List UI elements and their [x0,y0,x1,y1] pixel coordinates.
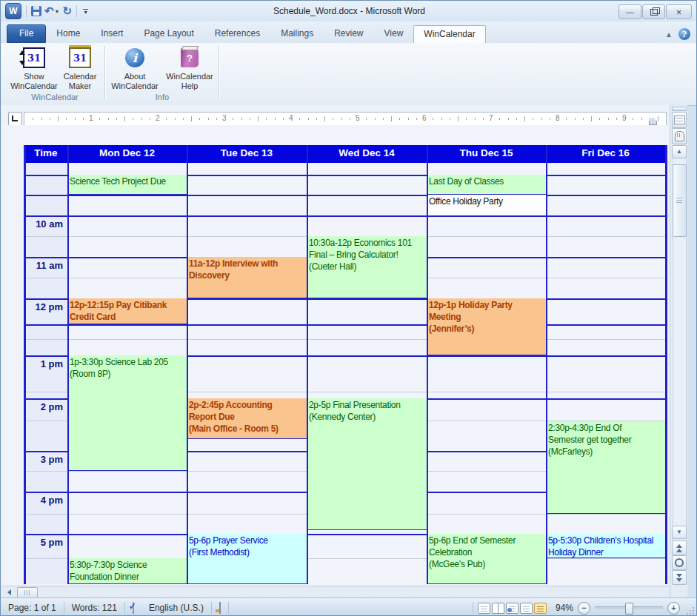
ruler-tick [550,118,550,120]
calendar-maker-button[interactable]: 31 Calendar Maker [59,46,101,91]
ruler-tick [524,116,525,121]
outline-view-button[interactable] [520,603,533,614]
time-label: 11 am [24,260,63,271]
calendar-event[interactable]: 5p-6p End of Semester Celebration (McGee… [427,534,546,584]
calendar-event[interactable]: 2:30p-4:30p End Of Semester get together… [546,421,665,514]
ruler-tick [191,116,192,121]
group-separator [219,46,219,99]
proofing-status[interactable] [125,603,141,613]
tab-page-layout[interactable]: Page Layout [133,24,204,43]
word-count[interactable]: Words: 121 [64,603,124,613]
proofing-check-icon [133,602,134,614]
help-icon[interactable]: ? [678,28,690,40]
draft-view-button[interactable] [534,603,547,614]
calendar-event[interactable]: 12p-12:15p Pay Citibank Credit Card [67,298,187,324]
ruler-number: 8 [556,114,560,122]
calendar-event[interactable]: 5p-5:30p Children’s Hospital Holiday Din… [546,534,665,558]
resize-grip[interactable] [684,605,695,615]
zoom-slider[interactable] [595,606,663,609]
ruler-number: 9 [622,114,627,122]
zoom-slider-thumb[interactable] [625,603,633,615]
ruler-tick [433,118,433,120]
calendar-event[interactable]: 2p-5p Final Presentation (Kennedy Center… [307,398,427,530]
ruler-tick [108,118,109,120]
ruler-tick [283,118,284,120]
ruler-tick [250,118,250,120]
select-browse-object-button[interactable] [672,555,687,570]
tab-review[interactable]: Review [324,24,373,43]
ruler-tick [150,118,150,120]
about-wincalendar-button[interactable]: i About WinCalendar [107,46,162,91]
title-bar: W ↶ ▼ ↻ ▼ Schedule_Word.docx - Microsoft… [1,1,697,21]
calendar-event[interactable]: 1p-3:30p Science Lab 205 (Room 8P) [67,355,187,471]
next-page-button[interactable] [672,570,687,585]
print-layout-view-button[interactable] [478,603,490,614]
tab-wincalendar[interactable]: WinCalendar [413,25,485,44]
full-screen-reading-view-button[interactable] [492,603,504,614]
ruler-tick [308,118,309,120]
tab-home[interactable]: Home [46,24,90,43]
ruler-tick [183,118,184,120]
calendar-31-arrows-icon: 31 [23,47,45,68]
scroll-down-button[interactable]: ▼ [672,526,687,539]
pan-hand-button[interactable] [672,128,687,144]
time-label: 5 pm [24,537,63,548]
tab-stop-selector[interactable] [8,112,22,126]
zoom-out-button[interactable]: − [578,602,590,615]
ruler-tick [350,118,350,120]
language-indicator[interactable]: English (U.S.) [141,603,211,613]
divider [228,602,229,614]
ruler-tick [608,118,609,120]
calendar-event[interactable]: 2p-2:45p Accounting Report Due (Main Off… [187,398,307,439]
hscroll-thumb[interactable] [17,587,38,598]
calendar-event[interactable]: Science Tech Project Due [67,175,187,195]
calendar-event[interactable]: 11a-12p Interview with Discovery [187,257,307,298]
ruler-tick [499,118,500,120]
ruler-tick [116,118,117,120]
scroll-thumb[interactable] [673,164,687,237]
ruler-number: 3 [222,114,227,122]
ruler-tick [66,118,67,120]
previous-page-button[interactable] [672,540,687,555]
ruler-tick [408,118,409,120]
info-circle-icon: i [125,48,144,67]
wincalendar-help-button[interactable]: ? WinCalendar Help [162,46,217,91]
zoom-level[interactable]: 94% [551,603,578,613]
ruler-tick [216,118,217,120]
horizontal-ruler[interactable]: 123456789 [24,112,667,126]
calendar-event[interactable]: Office Holiday Party [427,195,546,215]
vertical-scrollbar[interactable]: ▲ ▼ [670,105,687,597]
zoom-in-button[interactable]: + [667,602,680,615]
calendar-event[interactable]: 10:30a-12p Economics 101 Final – Bring C… [307,236,427,298]
macro-record-button[interactable] [212,603,228,613]
ruler-number: 2 [156,114,160,122]
ruler-tick [141,118,142,120]
calendar-event[interactable]: 5:30p-7:30p Science Foundation Dinner [67,558,187,584]
tab-references[interactable]: References [204,24,270,43]
view-ruler-button[interactable] [672,112,687,128]
scroll-left-button[interactable] [3,588,15,597]
split-handle[interactable] [672,107,687,111]
calendar-event[interactable]: 12p-1p Holiday Party Meeting (Jennifer’s… [427,298,546,355]
minimize-button[interactable]: — [618,4,641,19]
group-separator [104,46,105,99]
calendar-event[interactable]: Last Day of Classes [427,175,546,195]
document-area[interactable]: Time Mon Dec 12 Tue Dec 13 Wed Dec 14 Th… [1,125,670,586]
collapse-ribbon-icon[interactable]: ▲ [665,30,673,38]
scroll-up-button[interactable]: ▲ [672,145,687,158]
tab-view[interactable]: View [374,24,414,43]
tab-file[interactable]: File [7,24,46,43]
ruler-tick [450,118,450,120]
web-layout-view-button[interactable] [506,603,518,614]
close-button[interactable]: × [666,4,692,19]
calendar-event[interactable]: 5p-6p Prayer Service (First Methodist) [187,534,307,584]
tab-mailings[interactable]: Mailings [270,24,324,43]
header-wed: Wed Dec 14 [308,147,425,158]
restore-button[interactable] [642,4,665,19]
page-indicator[interactable]: Page: 1 of 1 [1,603,64,613]
horizontal-scrollbar[interactable] [1,586,670,598]
tab-insert[interactable]: Insert [90,24,133,43]
ruler-tick [58,116,59,121]
show-wincalendar-button[interactable]: 31 Show WinCalendar [7,46,61,91]
header-thu: Thu Dec 15 [428,147,544,158]
